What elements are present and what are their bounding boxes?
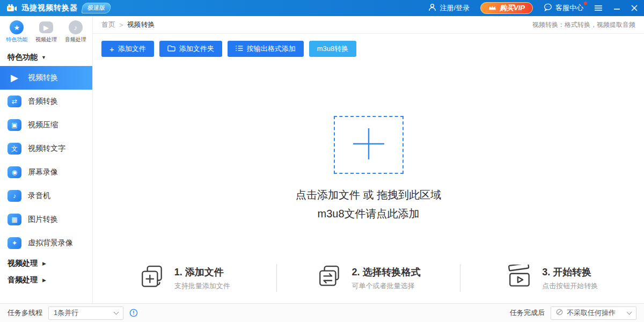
step-start-convert: 3. 开始转换 点击按钮开始转换 — [460, 259, 644, 297]
hamburger-menu-icon[interactable] — [594, 5, 603, 11]
edition-badge: 极速版 — [82, 3, 112, 13]
screen-record-icon: ◉ — [8, 166, 21, 178]
app-window: 迅捷视频转换器 极速版 注册/登录 购买VIP — [0, 0, 644, 322]
titlebar: 迅捷视频转换器 极速版 注册/登录 购买VIP — [0, 0, 644, 16]
sidebar-item-video-convert[interactable]: ▶ 视频转换 — [0, 66, 92, 90]
audio-convert-icon: ⇄ — [8, 96, 21, 107]
step-subtitle: 点击按钮开始转换 — [542, 281, 598, 291]
chat-bubble-icon — [544, 3, 552, 13]
dropzone-text-secondary: m3u8文件请点此添加 — [93, 207, 644, 221]
plus-icon: + — [109, 45, 114, 53]
step-title: 1. 添加文件 — [174, 266, 230, 279]
add-file-button[interactable]: + 添加文件 — [101, 41, 154, 57]
breadcrumb-bar: 首页 > 视频转换 视频转换：格式转换，视频提取音频 — [93, 16, 644, 34]
sidebar-item-audio-convert[interactable]: ⇄ 音频转换 — [0, 90, 92, 113]
main-panel: 首页 > 视频转换 视频转换：格式转换，视频提取音频 + 添加文件 添加文件夹 — [93, 16, 644, 303]
concurrency-value: 1条并行 — [54, 308, 78, 318]
steps-guide: 1. 添加文件 支持批量添加文件 2. 选择转换格式 可单个或者批量选择 — [93, 259, 644, 297]
sidebar-section-featured[interactable]: 特色功能 ▼ — [0, 47, 92, 66]
sidebar-item-label: 虚拟背景录像 — [28, 238, 73, 248]
m3u8-convert-button[interactable]: m3u8转换 — [309, 41, 357, 57]
login-label: 注册/登录 — [440, 3, 470, 13]
concurrency-select[interactable]: 1条并行 — [48, 306, 123, 320]
voice-recorder-icon: ♪ — [8, 190, 21, 202]
app-title: 迅捷视频转换器 — [21, 3, 78, 13]
login-button[interactable]: 注册/登录 — [428, 3, 470, 13]
close-icon[interactable] — [631, 5, 638, 11]
sidebar-item-voice-recorder[interactable]: ♪ 录音机 — [0, 184, 92, 208]
vip-label: 购买VIP — [500, 3, 525, 13]
sidebar-item-video-compress[interactable]: ▣ 视频压缩 — [0, 113, 92, 137]
step-subtitle: 支持批量添加文件 — [174, 281, 230, 291]
titlebar-actions: 注册/登录 购买VIP — [428, 2, 638, 14]
chevron-right-icon: ▶ — [42, 261, 46, 266]
step-add-files: 1. 添加文件 支持批量添加文件 — [93, 259, 276, 297]
virtual-background-icon: ✦ — [8, 237, 21, 249]
video-to-text-icon: 文 — [8, 143, 21, 155]
feature-hint: 视频转换：格式转换，视频提取音频 — [532, 20, 635, 30]
no-action-icon — [556, 309, 563, 317]
video-compress-icon: ▣ — [8, 119, 21, 131]
breadcrumb-separator: > — [119, 21, 123, 29]
support-label: 客服中心 — [555, 3, 583, 13]
sidebar-item-image-convert[interactable]: ▦ 图片转换 — [0, 208, 92, 231]
sidebar-item-screen-record[interactable]: ◉ 屏幕录像 — [0, 160, 92, 184]
step-subtitle: 可单个或者批量选择 — [352, 281, 421, 291]
sidebar-item-label: 屏幕录像 — [28, 167, 58, 177]
folder-icon — [167, 45, 175, 53]
step-title: 3. 开始转换 — [542, 266, 598, 279]
sidebar-item-label: 视频压缩 — [28, 120, 58, 130]
choose-format-icon — [317, 265, 343, 291]
add-files-icon — [139, 265, 166, 291]
list-icon — [236, 45, 243, 53]
sidebar: ★ 特色功能 ▶ 视频处理 ♪ 音频处理 特色功能 ▼ ▶ 视频转换 ⇄ 音频转… — [0, 16, 93, 303]
step-choose-format: 2. 选择转换格式 可单个或者批量选择 — [277, 259, 460, 297]
star-icon: ★ — [10, 20, 24, 34]
sidebar-tabs: ★ 特色功能 ▶ 视频处理 ♪ 音频处理 — [0, 16, 92, 47]
minimize-icon[interactable] — [613, 5, 620, 11]
user-icon — [428, 3, 436, 13]
image-convert-icon: ▦ — [8, 214, 21, 225]
chevron-down-icon: ▼ — [41, 55, 46, 60]
statusbar-right: 任务完成后 不采取任何操作 — [510, 306, 636, 320]
multithread-label: 任务多线程 — [8, 308, 42, 318]
after-task-value: 不采取任何操作 — [567, 308, 616, 318]
info-icon[interactable] — [129, 309, 138, 317]
plus-icon — [352, 127, 385, 163]
after-task-label: 任务完成后 — [510, 308, 545, 318]
section-label: 特色功能 — [8, 53, 38, 62]
toolbar: + 添加文件 添加文件夹 按输出 — [101, 41, 635, 57]
start-convert-icon — [507, 265, 533, 291]
sidebar-section-video-processing[interactable]: 视频处理 ▶ — [0, 255, 92, 272]
dropzone-text-primary: 点击添加文件 或 拖拽到此区域 — [93, 188, 644, 202]
buy-vip-button[interactable]: 购买VIP — [480, 2, 533, 14]
sidebar-item-virtual-background[interactable]: ✦ 虚拟背景录像 — [0, 231, 92, 255]
statusbar: 任务多线程 1条并行 任务完成后 不采取任何操作 — [0, 303, 644, 322]
sidebar-item-video-to-text[interactable]: 文 视频转文字 — [0, 137, 92, 160]
step-title: 2. 选择转换格式 — [352, 266, 421, 279]
sidebar-item-label: 视频转换 — [28, 73, 58, 83]
chevron-down-icon — [114, 309, 119, 314]
sidebar-item-label: 视频转文字 — [28, 144, 65, 153]
sidebar-item-label: 录音机 — [28, 191, 50, 201]
notification-dot — [584, 2, 587, 5]
sidebar-section-audio-processing[interactable]: 音频处理 ▶ — [0, 272, 92, 288]
film-play-icon: ▶ — [8, 72, 21, 84]
tab-featured[interactable]: ★ 特色功能 — [2, 20, 32, 43]
crown-icon — [488, 4, 496, 12]
app-logo-icon — [6, 4, 17, 13]
breadcrumb-current: 视频转换 — [127, 20, 155, 30]
dropzone[interactable] — [334, 116, 404, 174]
sidebar-item-label: 图片转换 — [28, 215, 58, 224]
support-center-button[interactable]: 客服中心 — [544, 3, 583, 13]
add-folder-button[interactable]: 添加文件夹 — [159, 41, 222, 57]
chevron-down-icon — [627, 309, 632, 314]
after-task-select[interactable]: 不采取任何操作 — [551, 306, 636, 320]
add-by-format-button[interactable]: 按输出格式添加 — [228, 41, 304, 57]
music-note-icon: ♪ — [69, 20, 83, 34]
sidebar-item-label: 音频转换 — [28, 97, 58, 106]
tab-audio-processing[interactable]: ♪ 音频处理 — [61, 20, 90, 43]
tab-video-processing[interactable]: ▶ 视频处理 — [32, 20, 61, 43]
breadcrumb-home[interactable]: 首页 — [101, 20, 115, 30]
chevron-right-icon: ▶ — [42, 277, 46, 283]
